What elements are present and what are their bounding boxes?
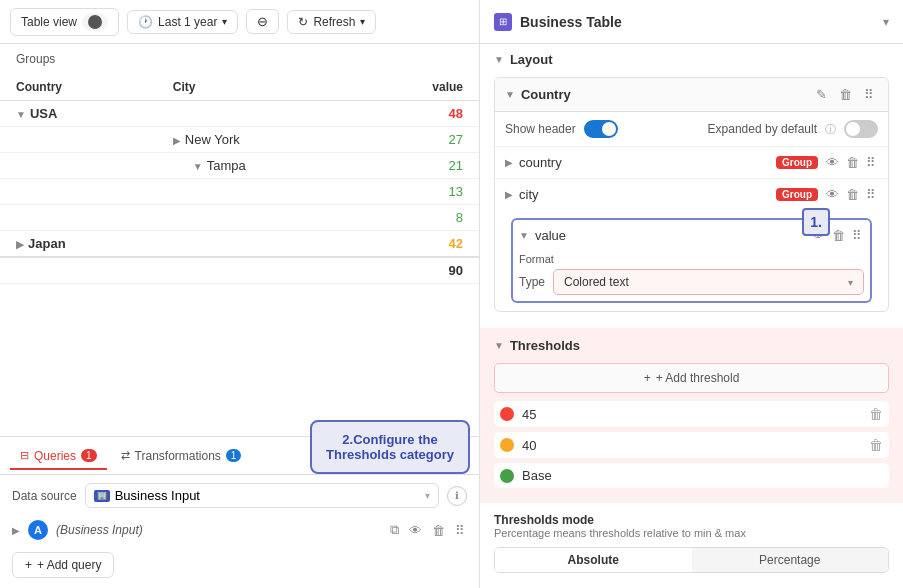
drag-btn[interactable]: ⠿ bbox=[864, 153, 878, 172]
thresh-dot-green bbox=[500, 469, 514, 483]
col-country: Country bbox=[0, 74, 157, 101]
expand-icon[interactable]: ▼ bbox=[193, 161, 203, 172]
format-label: Format bbox=[519, 253, 864, 265]
add-threshold-button[interactable]: + + Add threshold bbox=[494, 363, 889, 393]
expand-icon[interactable]: ▶ bbox=[16, 239, 24, 250]
query-expand-icon[interactable]: ▶ bbox=[12, 525, 20, 536]
add-threshold-label: + Add threshold bbox=[656, 371, 740, 385]
mode-tabs: Absolute Percentage bbox=[494, 547, 889, 573]
tab-transformations[interactable]: ⇄ Transformations 1 bbox=[111, 443, 252, 469]
tab-queries[interactable]: ⊟ Queries 1 bbox=[10, 443, 107, 469]
value-cell: 21 bbox=[359, 153, 480, 179]
queries-icon: ⊟ bbox=[20, 449, 29, 462]
value-expand-icon[interactable]: ▼ bbox=[519, 230, 529, 241]
zoom-out-button[interactable]: ⊖ bbox=[246, 9, 279, 34]
field-expand-icon[interactable]: ▶ bbox=[505, 157, 513, 168]
time-range-picker[interactable]: 🕐 Last 1 year ▾ bbox=[127, 10, 238, 34]
thresh-delete-40[interactable]: 🗑 bbox=[869, 437, 883, 453]
value-field-label: value bbox=[535, 228, 804, 243]
mode-absolute[interactable]: Absolute bbox=[495, 548, 692, 572]
mode-title: Thresholds mode bbox=[494, 513, 889, 527]
step-badge: 1. bbox=[802, 208, 830, 236]
show-header-label: Show header bbox=[505, 122, 576, 136]
type-value: Colored text bbox=[564, 275, 629, 289]
expanded-label: Expanded by default bbox=[708, 122, 817, 136]
queries-badge: 1 bbox=[81, 449, 97, 462]
thresh-dot-orange bbox=[500, 438, 514, 452]
refresh-button[interactable]: ↻ Refresh ▾ bbox=[287, 10, 376, 34]
thresholds-section: ▼ Thresholds + + Add threshold 45 🗑 40 🗑… bbox=[480, 328, 903, 503]
visibility-button[interactable]: 👁 bbox=[407, 521, 424, 540]
info-button[interactable]: ℹ bbox=[447, 486, 467, 506]
query-letter: A bbox=[28, 520, 48, 540]
edit-button[interactable]: ✎ bbox=[812, 85, 831, 104]
value-cell: 27 bbox=[359, 127, 480, 153]
transform-label: Transformations bbox=[135, 449, 221, 463]
drag-handle2[interactable]: ⠿ bbox=[860, 85, 878, 104]
type-select[interactable]: Colored text ▾ bbox=[553, 269, 864, 295]
transform-badge: 1 bbox=[226, 449, 242, 462]
data-table-area: Groups Country City value ▼USA 48 ▶New bbox=[0, 44, 479, 436]
toggle-knob bbox=[88, 15, 102, 29]
drag-btn2[interactable]: ⠿ bbox=[864, 185, 878, 204]
country-card-label: Country bbox=[521, 87, 806, 102]
table-row: 90 bbox=[0, 257, 479, 284]
table-view-toggle[interactable]: Table view bbox=[10, 8, 119, 36]
info-icon[interactable]: ⓘ bbox=[825, 122, 836, 137]
delete-button[interactable]: 🗑 bbox=[430, 521, 447, 540]
ds-select[interactable]: 🏢 Business Input ▾ bbox=[85, 483, 439, 508]
country-usa: USA bbox=[30, 106, 57, 121]
country-card-header: ▼ Country ✎ 🗑 ⠿ bbox=[495, 78, 888, 112]
ds-value: Business Input bbox=[115, 488, 200, 503]
panel-title: Business Table bbox=[520, 14, 875, 30]
thresh-chevron-icon[interactable]: ▼ bbox=[494, 340, 504, 351]
panel-chevron-icon[interactable]: ▾ bbox=[883, 15, 889, 29]
country-japan: Japan bbox=[28, 236, 66, 251]
show-header-row: Show header Expanded by default ⓘ bbox=[495, 112, 888, 146]
delete-button2[interactable]: 🗑 bbox=[835, 85, 856, 104]
country-field-row: ▶ country Group 👁 🗑 ⠿ bbox=[495, 146, 888, 178]
table-row: 13 bbox=[0, 179, 479, 205]
value-cell: 13 bbox=[359, 179, 480, 205]
mode-percentage[interactable]: Percentage bbox=[692, 548, 889, 572]
table-row[interactable]: ▶New York 27 bbox=[0, 127, 479, 153]
expand-icon[interactable]: ▶ bbox=[173, 135, 181, 146]
delete-btn3[interactable]: 🗑 bbox=[830, 226, 847, 245]
field-expand-icon2[interactable]: ▶ bbox=[505, 189, 513, 200]
table-row[interactable]: ▶Japan 42 bbox=[0, 231, 479, 258]
refresh-icon: ↻ bbox=[298, 15, 308, 29]
layout-chevron-icon[interactable]: ▼ bbox=[494, 54, 504, 65]
clock-icon: 🕐 bbox=[138, 15, 153, 29]
country-card-actions: ✎ 🗑 ⠿ bbox=[812, 85, 878, 104]
visibility-btn[interactable]: 👁 bbox=[824, 153, 841, 172]
table-row[interactable]: ▼USA 48 bbox=[0, 101, 479, 127]
thresh-dot-red bbox=[500, 407, 514, 421]
query-row: ▶ A (Business Input) ⧉ 👁 🗑 ⠿ bbox=[0, 516, 479, 548]
ds-flag-icon: 🏢 bbox=[94, 490, 110, 502]
query-name: (Business Input) bbox=[56, 523, 143, 537]
col-value: value bbox=[359, 74, 480, 101]
col-city: City bbox=[157, 74, 359, 101]
delete-btn[interactable]: 🗑 bbox=[844, 153, 861, 172]
expand-icon[interactable]: ▼ bbox=[16, 109, 26, 120]
duplicate-button[interactable]: ⧉ bbox=[388, 520, 401, 540]
expanded-toggle[interactable] bbox=[844, 120, 878, 138]
add-icon: + bbox=[25, 558, 32, 572]
table-row[interactable]: ▼Tampa 21 bbox=[0, 153, 479, 179]
groups-label: Groups bbox=[0, 44, 479, 74]
value-section-wrapper: 1. ▼ value 👁 🗑 ⠿ Format Type bbox=[495, 210, 888, 311]
datasource-row: Data source 🏢 Business Input ▾ ℹ bbox=[0, 475, 479, 516]
visibility-btn2[interactable]: 👁 bbox=[824, 185, 841, 204]
thresh-delete-45[interactable]: 🗑 bbox=[869, 406, 883, 422]
refresh-label: Refresh bbox=[313, 15, 355, 29]
plus-icon: + bbox=[644, 371, 651, 385]
drag-handle[interactable]: ⠿ bbox=[453, 521, 467, 540]
layout-section: ▼ Layout ▼ Country ✎ 🗑 ⠿ Show header Exp… bbox=[480, 44, 903, 328]
add-query-button[interactable]: + + Add query bbox=[12, 552, 114, 578]
show-header-toggle[interactable] bbox=[584, 120, 618, 138]
drag-btn3[interactable]: ⠿ bbox=[850, 226, 864, 245]
delete-btn2[interactable]: 🗑 bbox=[844, 185, 861, 204]
type-row: Type Colored text ▾ bbox=[519, 269, 864, 295]
country-expand-icon[interactable]: ▼ bbox=[505, 89, 515, 100]
bottom-panel: ⊟ Queries 1 ⇄ Transformations 1 Data sou… bbox=[0, 436, 479, 588]
